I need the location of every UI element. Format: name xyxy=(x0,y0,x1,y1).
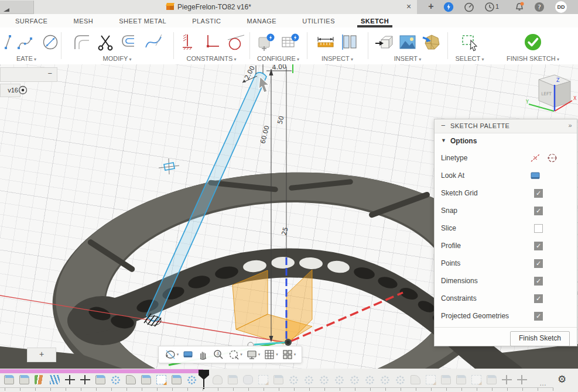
browser-collapse-button[interactable]: − xyxy=(47,69,52,78)
inspect-group-label[interactable]: INSPECT xyxy=(307,55,368,62)
insert-derive-icon[interactable] xyxy=(374,33,393,51)
dimension-25[interactable]: 25 xyxy=(280,226,289,236)
tangent-constraint-icon[interactable] xyxy=(226,33,245,51)
timeline-feature-move[interactable] xyxy=(517,375,527,384)
menu-tab-sketch[interactable]: SKETCH xyxy=(360,18,390,25)
timeline-feature-extrude[interactable] xyxy=(456,375,466,384)
visibility-radio-icon[interactable] xyxy=(18,85,28,95)
spline-tool-icon[interactable] xyxy=(17,33,36,51)
fillet-tool-icon[interactable] xyxy=(72,33,91,51)
timeline-feature-circular-pattern[interactable] xyxy=(334,375,344,384)
help-icon[interactable]: ? xyxy=(534,2,545,12)
modify-group-label[interactable]: MODIFY xyxy=(61,55,173,62)
menu-tab-sheet-metal[interactable]: SHEET METAL xyxy=(118,18,167,25)
timeline-feature-move[interactable] xyxy=(65,375,75,384)
dimension-60[interactable]: 60.00 xyxy=(259,125,271,145)
timeline-feature-extrude[interactable] xyxy=(441,375,451,384)
checkbox-snap[interactable]: ✓ xyxy=(534,207,543,215)
create-group-label[interactable]: EATE xyxy=(0,55,61,62)
finish-sketch-icon[interactable] xyxy=(524,33,542,51)
pan-icon[interactable] xyxy=(197,349,209,360)
insert-mesh-icon[interactable] xyxy=(422,33,441,51)
job-status-icon[interactable] xyxy=(443,2,454,12)
origin-planes[interactable] xyxy=(232,270,312,345)
trim-scissors-icon[interactable] xyxy=(96,33,115,51)
timeline-feature-sketch[interactable] xyxy=(258,375,268,384)
menu-tab-plastic[interactable]: PLASTIC xyxy=(191,18,222,25)
palette-expand-icon[interactable]: » xyxy=(568,122,572,129)
checkbox-constraints[interactable]: ✓ xyxy=(534,294,543,303)
orbit-icon[interactable]: ▾ xyxy=(165,349,179,360)
checkbox-dimensions[interactable]: ✓ xyxy=(534,277,543,286)
timeline-feature-fillet[interactable] xyxy=(411,375,420,384)
data-panel-toggle[interactable] xyxy=(0,1,34,14)
menu-tab-utilities[interactable]: UTILITIES xyxy=(301,18,336,25)
timeline-feature-circular-pattern[interactable] xyxy=(304,375,314,384)
finish-sketch-group-label[interactable]: FINISH SKETCH xyxy=(492,55,574,62)
checkbox-points[interactable]: ✓ xyxy=(534,259,543,268)
timeline-feature-move[interactable] xyxy=(80,375,90,384)
measure-tool-icon[interactable] xyxy=(316,33,335,51)
sketch-point-marker[interactable] xyxy=(159,159,179,174)
configure-feature-icon[interactable] xyxy=(257,33,276,51)
palette-collapse-icon[interactable]: − xyxy=(441,121,446,130)
timeline-feature-extrude[interactable] xyxy=(273,375,283,384)
insert-image-icon[interactable] xyxy=(398,33,417,51)
look-at-plane-icon[interactable] xyxy=(530,170,541,181)
section-caret-icon[interactable]: ▼ xyxy=(441,137,446,143)
timeline-feature-circular-pattern[interactable] xyxy=(111,375,121,384)
select-tool-icon[interactable] xyxy=(460,33,479,51)
timeline-feature-sketch[interactable] xyxy=(471,375,481,384)
timeline-feature-circular-pattern[interactable] xyxy=(380,375,390,384)
viewports-icon[interactable]: ▾ xyxy=(282,349,296,360)
display-settings-icon[interactable]: ▾ xyxy=(246,349,261,360)
dimension-50[interactable]: 50 xyxy=(276,115,285,125)
timeline-feature-extrude[interactable] xyxy=(141,375,151,384)
line-tool-icon[interactable] xyxy=(0,33,12,51)
viewcube[interactable]: LEFT Y Z X xyxy=(525,75,577,111)
bell-icon[interactable] xyxy=(514,2,525,12)
palette-header[interactable]: − SKETCH PALETTE » xyxy=(435,119,577,133)
configure-group-label[interactable]: CONFIGURE xyxy=(249,55,307,62)
extensions-icon[interactable] xyxy=(464,2,474,12)
fit-icon[interactable]: ▾ xyxy=(228,349,242,360)
timeline-feature-sketch[interactable] xyxy=(156,375,166,384)
dimension-4[interactable]: 4.00 xyxy=(272,64,287,71)
circle-tool-icon[interactable] xyxy=(41,33,60,51)
timeline-feature-extrude[interactable] xyxy=(172,375,182,384)
timeline-feature-circular-pattern[interactable] xyxy=(289,375,299,384)
offset-tool-icon[interactable] xyxy=(120,33,139,51)
select-group-label[interactable]: SELECT xyxy=(447,55,492,62)
section-analysis-icon[interactable] xyxy=(340,33,359,51)
menu-tab-surface[interactable]: SURFACE xyxy=(14,18,49,25)
constraints-group-label[interactable]: CONSTRAINTS xyxy=(173,55,249,62)
notifications-clock-icon[interactable] xyxy=(484,2,495,12)
menu-tab-manage[interactable]: MANAGE xyxy=(246,18,278,25)
close-tab-icon[interactable]: × xyxy=(404,2,413,11)
timeline-feature-fillet[interactable] xyxy=(126,375,136,384)
new-tab-button[interactable]: + xyxy=(426,1,436,12)
timeline-settings-gear-icon[interactable]: ⚙ xyxy=(558,373,566,386)
menu-tab-mesh[interactable]: MESH xyxy=(72,18,94,25)
checkbox-profile[interactable]: ✓ xyxy=(534,242,543,250)
avatar[interactable]: DD xyxy=(555,1,567,13)
timeline-feature-revolve[interactable] xyxy=(213,375,223,384)
checkbox-sketch-grid[interactable]: ✓ xyxy=(534,189,543,198)
construction-line-icon[interactable] xyxy=(530,153,541,163)
timeline-feature-mirror[interactable] xyxy=(35,375,45,384)
finish-sketch-button[interactable]: Finish Sketch xyxy=(510,331,570,346)
timeline-feature-circular-pattern[interactable] xyxy=(350,375,360,384)
timeline-feature-circular-pattern[interactable] xyxy=(365,375,375,384)
configure-table-icon[interactable] xyxy=(281,33,300,51)
timeline-playhead[interactable] xyxy=(199,370,209,387)
timeline-feature-circular-pattern[interactable] xyxy=(319,375,329,384)
timeline-feature-extrude[interactable] xyxy=(4,375,14,384)
zoom-icon[interactable]: ± xyxy=(213,349,224,360)
options-section-header[interactable]: ▼ Options xyxy=(435,133,577,149)
timeline-feature-extrude[interactable] xyxy=(95,375,105,384)
insert-group-label[interactable]: INSERT xyxy=(368,55,447,62)
vertical-horizontal-constraint-icon[interactable] xyxy=(202,33,221,51)
timeline-feature-move[interactable] xyxy=(502,375,512,384)
grid-display-icon[interactable]: ▾ xyxy=(264,349,278,360)
timeline-feature-coil[interactable] xyxy=(50,375,60,384)
